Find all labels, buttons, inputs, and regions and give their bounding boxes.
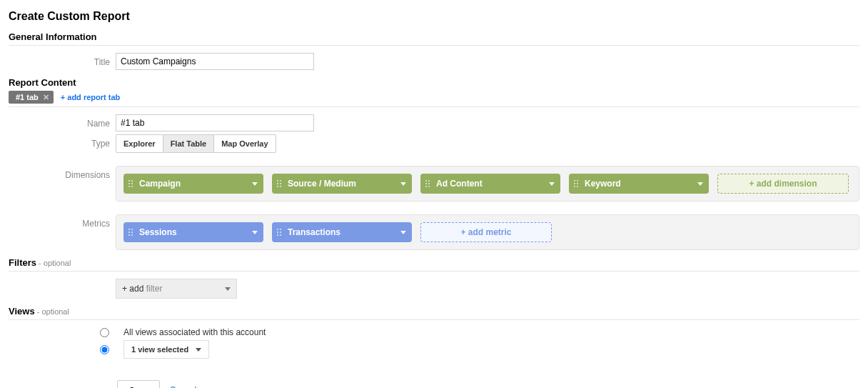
drag-grip-icon	[276, 179, 282, 188]
dimension-chip-source-medium[interactable]: Source / Medium	[272, 174, 412, 194]
section-content-heading: Report Content	[9, 77, 859, 88]
section-filters-heading: Filters - optional	[9, 257, 859, 268]
metrics-container: SessionsTransactions+ add metric	[116, 214, 859, 250]
chevron-down-icon	[400, 231, 406, 234]
views-selected-radio[interactable]	[100, 345, 109, 354]
dimension-chip-ad-content[interactable]: Ad Content	[420, 174, 560, 194]
chevron-down-icon	[697, 182, 703, 186]
page-title: Create Custom Report	[9, 10, 859, 23]
title-input[interactable]	[116, 53, 314, 70]
chevron-down-icon	[225, 287, 231, 291]
close-icon[interactable]: ✕	[43, 94, 49, 101]
drag-grip-icon	[128, 228, 133, 237]
dimensions-label: Dimensions	[9, 166, 116, 180]
chevron-down-icon	[252, 231, 258, 234]
drag-grip-icon	[128, 179, 133, 188]
type-option-map-overlay[interactable]: Map Overlay	[214, 134, 276, 153]
drag-grip-icon	[573, 179, 579, 188]
title-label: Title	[9, 53, 116, 67]
views-all-radio[interactable]	[100, 328, 109, 337]
chevron-down-icon	[196, 348, 201, 352]
chevron-down-icon	[549, 182, 555, 186]
add-metric-button[interactable]: + add metric	[420, 222, 552, 242]
report-tab[interactable]: #1 tab ✕	[9, 91, 54, 104]
save-button[interactable]: Save	[117, 380, 160, 388]
views-all-label: All views associated with this account	[123, 327, 266, 337]
metrics-label: Metrics	[9, 214, 116, 229]
add-dimension-button[interactable]: + add dimension	[717, 174, 849, 194]
chip-label: Campaign	[139, 179, 181, 189]
metric-chip-sessions[interactable]: Sessions	[123, 222, 263, 242]
type-button-group: ExplorerFlat TableMap Overlay	[116, 134, 276, 153]
chip-label: Sessions	[139, 227, 177, 237]
filters-optional-text: - optional	[36, 259, 71, 267]
views-title-text: Views	[9, 306, 35, 317]
chip-label: Keyword	[585, 179, 621, 189]
metric-chip-transactions[interactable]: Transactions	[272, 222, 412, 242]
drag-grip-icon	[276, 228, 282, 237]
add-report-tab-link[interactable]: + add report tab	[61, 93, 120, 101]
chevron-down-icon	[400, 182, 406, 186]
chevron-down-icon	[252, 182, 258, 186]
name-label: Name	[9, 114, 116, 129]
chip-label: Source / Medium	[288, 179, 356, 189]
chip-label: Ad Content	[436, 179, 483, 189]
dimensions-container: CampaignSource / MediumAd ContentKeyword…	[116, 166, 859, 202]
views-selected-dropdown[interactable]: 1 view selected	[123, 340, 209, 359]
views-optional-text: - optional	[35, 307, 69, 316]
dimension-chip-keyword[interactable]: Keyword	[569, 174, 709, 194]
views-selected-label: 1 view selected	[131, 345, 188, 354]
type-label: Type	[9, 134, 116, 149]
filters-title-text: Filters	[9, 257, 36, 268]
chip-label: Transactions	[288, 227, 340, 237]
add-filter-label: + add filter	[122, 284, 162, 294]
type-option-explorer[interactable]: Explorer	[116, 134, 163, 153]
add-filter-dropdown[interactable]: + add filter	[116, 279, 237, 299]
tab-name-input[interactable]	[116, 114, 314, 131]
cancel-link[interactable]: Cancel	[170, 385, 196, 388]
section-views-heading: Views - optional	[9, 306, 859, 317]
report-tab-label: #1 tab	[16, 93, 39, 101]
type-option-flat-table[interactable]: Flat Table	[163, 134, 215, 153]
section-general-heading: General Information	[9, 31, 859, 42]
dimension-chip-campaign[interactable]: Campaign	[123, 174, 263, 194]
drag-grip-icon	[425, 179, 430, 188]
